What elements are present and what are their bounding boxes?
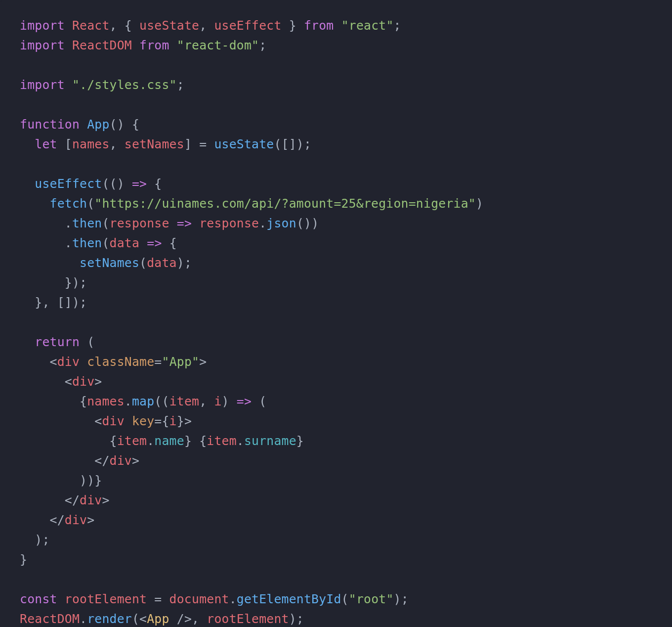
text: (: [80, 335, 94, 349]
text: {: [162, 236, 177, 250]
text: }: [282, 18, 304, 33]
identifier: document: [169, 592, 229, 606]
text: [20, 196, 50, 211]
code-line: .then(data => {: [20, 233, 652, 253]
code-line: {names.map((item, i) => (: [20, 392, 652, 411]
function-name: map: [132, 394, 154, 408]
text: [139, 236, 147, 250]
function-name: getElementById: [237, 592, 341, 606]
string: "root": [349, 592, 394, 606]
text: .: [20, 236, 72, 250]
jsx-attr: className: [87, 355, 154, 369]
text: <: [20, 414, 102, 428]
text: {: [147, 177, 162, 191]
function-name: fetch: [50, 196, 87, 211]
keyword: let: [35, 137, 57, 151]
text: ([]);: [274, 137, 311, 151]
text: >: [199, 355, 207, 369]
text: () {: [110, 117, 140, 132]
keyword: import: [20, 78, 65, 92]
text: </: [20, 453, 110, 468]
code-line: useEffect(() => {: [20, 174, 652, 194]
text: [169, 216, 177, 230]
identifier: response: [110, 216, 169, 230]
text: {: [20, 434, 117, 448]
text: );: [20, 533, 50, 547]
arrow: =>: [237, 394, 252, 408]
text: =: [154, 355, 162, 369]
arrow: =>: [147, 236, 162, 250]
text: >: [102, 493, 109, 507]
component: App: [147, 612, 169, 626]
text: <: [20, 355, 57, 369]
string: "react-dom": [177, 38, 259, 52]
text: [80, 117, 87, 132]
identifier: data: [110, 236, 140, 250]
code-line: const rootElement = document.getElementB…: [20, 589, 652, 609]
function-name: then: [72, 236, 102, 250]
code-line: </div>: [20, 491, 652, 510]
text: </: [20, 493, 80, 507]
text: =: [147, 592, 169, 606]
text: [169, 38, 177, 52]
text: }: [20, 552, 27, 567]
text: [20, 335, 35, 349]
code-line: function App() {: [20, 115, 652, 134]
text: ((): [102, 177, 132, 191]
text: [65, 38, 72, 52]
text: [57, 592, 65, 606]
text: ;: [259, 38, 266, 52]
jsx-attr: key: [132, 414, 154, 428]
code-line: setNames(data);: [20, 253, 652, 273]
function-name: App: [87, 117, 109, 132]
text: }>: [177, 414, 192, 428]
text: >: [87, 513, 94, 527]
identifier: useEffect: [214, 18, 281, 33]
identifier: names: [87, 394, 125, 408]
text: [20, 256, 80, 270]
text: .: [237, 434, 244, 448]
text: (: [139, 256, 147, 270]
identifier: response: [199, 216, 259, 230]
text: } {: [184, 434, 207, 448]
text: .: [125, 394, 132, 408]
text: ] =: [184, 137, 214, 151]
jsx-tag: div: [57, 355, 80, 369]
code-line: }, []);: [20, 293, 652, 313]
text: }: [296, 434, 304, 448]
identifier: i: [169, 414, 177, 428]
identifier: i: [214, 394, 221, 408]
text: ()): [296, 216, 319, 230]
text: ={: [154, 414, 169, 428]
text: ))}: [20, 473, 102, 488]
text: ): [476, 196, 483, 211]
text: (: [252, 394, 266, 408]
keyword: return: [35, 335, 80, 349]
code-line: .then(response => response.json()): [20, 214, 652, 233]
identifier: ReactDOM: [72, 38, 132, 52]
string: "App": [162, 355, 200, 369]
identifier: setNames: [125, 137, 184, 151]
text: .: [259, 216, 266, 230]
code-line: fetch("https://uinames.com/api/?amount=2…: [20, 194, 652, 214]
function-name: useState: [214, 137, 274, 151]
code-line: ReactDOM.render(<App />, rootElement);: [20, 609, 652, 627]
jsx-tag: div: [72, 374, 94, 389]
code-line: [20, 95, 652, 115]
code-line: <div>: [20, 372, 652, 392]
string: "react": [341, 18, 394, 33]
function-name: then: [72, 216, 102, 230]
text: );: [394, 592, 409, 606]
text: .: [147, 434, 154, 448]
text: ): [222, 394, 237, 408]
text: );: [289, 612, 304, 626]
text: [65, 78, 72, 92]
code-line: {item.name} {item.surname}: [20, 431, 652, 451]
code-line: <div key={i}>: [20, 411, 652, 431]
text: }, []);: [20, 295, 87, 310]
code-line: <div className="App">: [20, 352, 652, 372]
code-line: }: [20, 550, 652, 570]
text: >: [94, 374, 102, 389]
identifier: ReactDOM: [20, 612, 80, 626]
text: (: [341, 592, 349, 606]
